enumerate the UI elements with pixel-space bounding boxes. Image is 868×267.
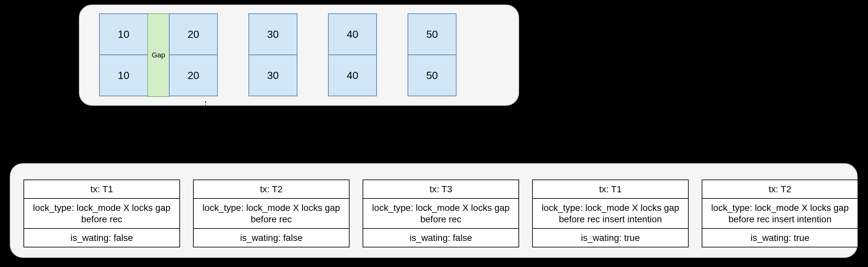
- lock-waiting: is_wating: false: [363, 228, 519, 247]
- lock-tx: tx: T2: [193, 180, 349, 199]
- index-cell: 40: [328, 13, 377, 55]
- lock-waiting: is_wating: true: [532, 228, 689, 247]
- index-cell: 50: [408, 13, 457, 55]
- record-block-50: 50 50: [408, 13, 457, 98]
- dashed-connector: [205, 101, 206, 121]
- lock-waiting: is_wating: true: [702, 228, 858, 247]
- lock-type: lock_type: lock_mode X locks gap before …: [702, 198, 858, 229]
- lock-waiting: is_wating: false: [193, 228, 349, 247]
- data-cell: 10: [99, 55, 148, 96]
- lock-box-t2-gap: tx: T2 lock_type: lock_mode X locks gap …: [193, 180, 349, 247]
- lock-box-t1-gap: tx: T1 lock_type: lock_mode X locks gap …: [24, 180, 180, 247]
- lock-tx: tx: T1: [532, 180, 689, 199]
- index-cell: 30: [248, 13, 298, 55]
- lock-waiting: is_wating: false: [24, 228, 180, 247]
- lock-type: lock_type: lock_mode X locks gap before …: [24, 198, 180, 229]
- lock-tx: tx: T3: [363, 180, 519, 199]
- lock-box-t3-gap: tx: T3 lock_type: lock_mode X locks gap …: [363, 180, 519, 247]
- gap-label: Gap: [152, 51, 165, 59]
- data-cell: 40: [328, 55, 377, 96]
- index-cell: 20: [169, 13, 218, 55]
- lock-type: lock_type: lock_mode X locks gap before …: [193, 198, 349, 229]
- lock-box-t1-insert: tx: T1 lock_type: lock_mode X locks gap …: [532, 180, 689, 247]
- records-container: 10 10 Gap 20 20 30 30 40 40 50 50: [79, 5, 519, 106]
- lock-box-t2-insert: tx: T2 lock_type: lock_mode X locks gap …: [702, 180, 858, 247]
- index-cell: 10: [99, 13, 148, 55]
- lock-tx: tx: T2: [702, 180, 858, 199]
- lock-tx: tx: T1: [24, 180, 180, 199]
- record-block-30: 30 30: [248, 13, 298, 98]
- record-block-10: 10 10: [99, 13, 148, 98]
- locks-container: tx: T1 lock_type: lock_mode X locks gap …: [10, 163, 858, 258]
- record-block-20: 20 20: [169, 13, 218, 98]
- data-cell: 50: [408, 55, 457, 96]
- lock-type: lock_type: lock_mode X locks gap before …: [532, 198, 689, 229]
- gap-block: Gap: [147, 13, 169, 97]
- data-cell: 30: [248, 55, 298, 96]
- record-block-40: 40 40: [328, 13, 377, 98]
- lock-type: lock_type: lock_mode X locks gap before …: [363, 198, 519, 229]
- data-cell: 20: [169, 55, 218, 96]
